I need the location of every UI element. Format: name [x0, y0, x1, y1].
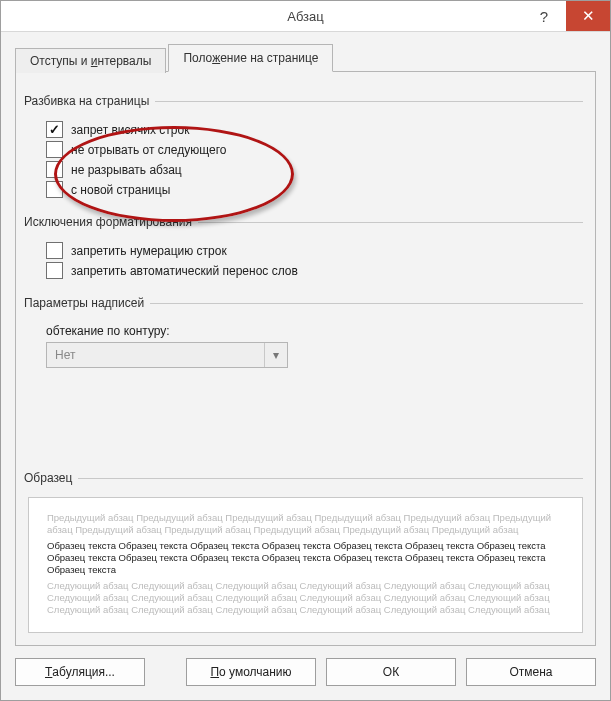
wrap-select[interactable]: Нет ▾ [46, 342, 288, 368]
sample-current-paragraph: Образец текста Образец текста Образец те… [47, 540, 564, 576]
row-widow-control: запрет висячих строк [46, 121, 583, 138]
tab-indents[interactable]: Отступы и интервалы [15, 48, 166, 73]
sample-next-paragraph: Следующий абзац Следующий абзац Следующи… [47, 580, 564, 616]
tabs-button[interactable]: Табуляция... [15, 658, 145, 686]
sample-preview: Предыдущий абзац Предыдущий абзац Предыд… [28, 497, 583, 633]
checkbox-keep-with-next[interactable] [46, 141, 63, 158]
close-icon: ✕ [582, 7, 595, 25]
row-no-hyphenation: запретить автоматический перенос слов [46, 262, 583, 279]
window-title: Абзац [287, 9, 323, 24]
tab-page-position: Разбивка на страницы запрет висячих стро… [15, 71, 596, 646]
group-textbox-legend: Параметры надписей [24, 296, 150, 310]
group-sample: Образец Предыдущий абзац Предыдущий абза… [28, 471, 583, 637]
checkbox-page-break-before[interactable] [46, 181, 63, 198]
dialog-content: Отступы и интервалы Положение на страниц… [1, 32, 610, 646]
ok-button[interactable]: ОК [326, 658, 456, 686]
help-button[interactable]: ? [522, 1, 566, 31]
label-keep-lines-together[interactable]: не разрывать абзац [71, 163, 182, 177]
wrap-label: обтекание по контуру: [46, 324, 583, 338]
group-pagination: Разбивка на страницы запрет висячих стро… [28, 94, 583, 205]
group-exceptions-legend: Исключения форматирования [24, 215, 198, 229]
label-keep-with-next[interactable]: не отрывать от следующего [71, 143, 226, 157]
set-default-button[interactable]: По умолчанию [186, 658, 316, 686]
spacer [28, 372, 583, 461]
tab-position-on-page[interactable]: Положение на странице [168, 44, 333, 72]
sample-prev-paragraph: Предыдущий абзац Предыдущий абзац Предыд… [47, 512, 564, 536]
label-page-break-before[interactable]: с новой страницы [71, 183, 170, 197]
checkbox-suppress-line-numbers[interactable] [46, 242, 63, 259]
row-page-break-before: с новой страницы [46, 181, 583, 198]
checkbox-keep-lines-together[interactable] [46, 161, 63, 178]
group-pagination-legend: Разбивка на страницы [24, 94, 155, 108]
group-exceptions: Исключения форматирования запретить нуме… [28, 215, 583, 286]
label-suppress-line-numbers[interactable]: запретить нумерацию строк [71, 244, 227, 258]
row-keep-lines-together: не разрывать абзац [46, 161, 583, 178]
paragraph-dialog: Абзац ? ✕ Отступы и интервалы Положение … [0, 0, 611, 701]
label-no-hyphenation[interactable]: запретить автоматический перенос слов [71, 264, 298, 278]
tab-strip: Отступы и интервалы Положение на страниц… [15, 46, 596, 72]
chevron-down-icon: ▾ [264, 343, 287, 367]
label-widow-control[interactable]: запрет висячих строк [71, 123, 189, 137]
titlebar: Абзац ? ✕ [1, 1, 610, 32]
dialog-buttons: Табуляция... По умолчанию ОК Отмена [1, 646, 610, 700]
window-controls: ? ✕ [522, 1, 610, 31]
group-sample-legend: Образец [24, 471, 78, 485]
group-textbox-options: Параметры надписей обтекание по контуру:… [28, 296, 583, 372]
cancel-button[interactable]: Отмена [466, 658, 596, 686]
pagination-area: Разбивка на страницы запрет висячих стро… [28, 84, 583, 205]
help-icon: ? [540, 8, 548, 25]
checkbox-widow-control[interactable] [46, 121, 63, 138]
close-button[interactable]: ✕ [566, 1, 610, 31]
row-suppress-line-numbers: запретить нумерацию строк [46, 242, 583, 259]
row-keep-with-next: не отрывать от следующего [46, 141, 583, 158]
wrap-select-value: Нет [47, 348, 264, 362]
checkbox-no-hyphenation[interactable] [46, 262, 63, 279]
